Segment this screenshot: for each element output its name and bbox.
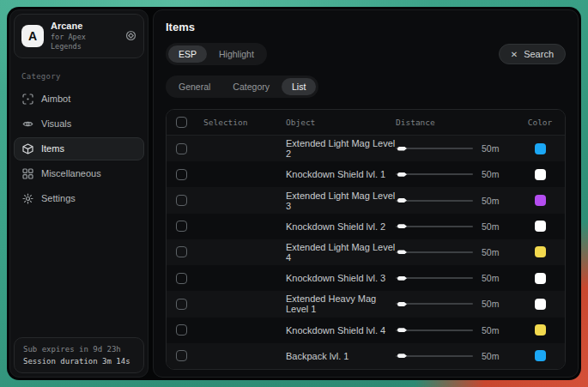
color-swatch[interactable] xyxy=(535,195,546,206)
gear-icon xyxy=(22,193,33,204)
distance-value: 50m xyxy=(482,221,499,232)
slider-track xyxy=(396,330,473,331)
object-name: Extended Light Mag Level 4 xyxy=(286,242,396,263)
distance-slider[interactable] xyxy=(396,144,473,153)
row-checkbox[interactable] xyxy=(176,169,187,180)
color-swatch[interactable] xyxy=(535,143,546,154)
distance-slider[interactable] xyxy=(396,352,473,360)
object-name: Extended Light Mag Level 3 xyxy=(286,190,396,211)
distance-cell: 50m xyxy=(396,169,524,179)
sub-expiry-text: Sub expires in 9d 23h xyxy=(23,345,135,354)
table-body: Extended Light Mag Level 2 50m Knockdown… xyxy=(167,136,565,369)
column-header-distance: Distance xyxy=(396,118,524,127)
color-swatch[interactable] xyxy=(535,299,546,310)
box-icon xyxy=(22,143,33,154)
distance-cell: 50m xyxy=(396,247,524,257)
distance-slider[interactable] xyxy=(396,248,473,257)
distance-value: 50m xyxy=(482,299,499,309)
slider-track xyxy=(396,148,473,149)
table-row: Backpack lvl. 1 50m xyxy=(167,343,565,369)
object-name: Knockdown Shield lvl. 2 xyxy=(286,221,396,232)
app-logo: A xyxy=(21,25,44,47)
eye-icon xyxy=(22,118,33,130)
row-checkbox[interactable] xyxy=(176,246,187,257)
sidebar-item-label: Miscellaneous xyxy=(41,168,101,178)
search-button-label: Search xyxy=(524,49,554,59)
tab-category[interactable]: Category xyxy=(222,78,280,95)
sidebar-item-items[interactable]: Items xyxy=(14,137,144,160)
color-swatch[interactable] xyxy=(535,273,546,284)
distance-cell: 50m xyxy=(396,196,524,206)
session-info-box: Sub expires in 9d 23h Session duration 3… xyxy=(14,337,144,373)
sidebar-item-label: Aimbot xyxy=(41,94,70,104)
slider-thumb[interactable] xyxy=(397,198,407,203)
color-swatch[interactable] xyxy=(535,246,546,257)
distance-slider[interactable] xyxy=(396,222,473,231)
app-title: Arcane xyxy=(51,21,118,33)
sidebar: A Arcane for Apex Legends Category xyxy=(9,9,149,378)
page-title: Items xyxy=(166,21,566,33)
items-table: Selection Object Distance Color Extended… xyxy=(166,109,566,370)
distance-slider[interactable] xyxy=(396,299,473,308)
sidebar-header: A Arcane for Apex Legends xyxy=(14,14,144,58)
row-checkbox[interactable] xyxy=(176,324,187,336)
slider-track xyxy=(396,200,473,202)
object-name: Knockdown Shield lvl. 1 xyxy=(286,169,396,179)
table-row: Extended Light Mag Level 2 50m xyxy=(167,136,565,161)
tabs-row: General Category List xyxy=(166,76,566,98)
column-header-color: Color xyxy=(528,118,553,127)
app-subtitle: for Apex Legends xyxy=(51,33,118,51)
slider-thumb[interactable] xyxy=(397,328,407,332)
app-window: A Arcane for Apex Legends Category xyxy=(7,7,581,380)
tab-general[interactable]: General xyxy=(168,78,221,95)
header-badge-icon[interactable] xyxy=(125,30,136,41)
sidebar-nav: Aimbot Visuals Items xyxy=(14,88,144,210)
row-checkbox[interactable] xyxy=(176,273,187,284)
row-checkbox[interactable] xyxy=(176,143,187,154)
color-swatch[interactable] xyxy=(535,169,546,180)
distance-value: 50m xyxy=(482,247,499,257)
column-header-object: Object xyxy=(286,118,396,127)
distance-value: 50m xyxy=(482,273,499,283)
table-row: Knockdown Shield lvl. 4 50m xyxy=(167,317,565,343)
distance-cell: 50m xyxy=(396,143,524,154)
tab-list[interactable]: List xyxy=(282,78,316,95)
distance-slider[interactable] xyxy=(396,197,473,205)
row-checkbox[interactable] xyxy=(176,299,187,310)
search-button[interactable]: ✕ Search xyxy=(499,44,566,64)
sidebar-item-settings[interactable]: Settings xyxy=(14,187,144,210)
table-row: Extended Light Mag Level 3 50m xyxy=(167,187,565,213)
row-checkbox[interactable] xyxy=(176,350,187,361)
select-all-checkbox[interactable] xyxy=(176,117,187,128)
table-row: Extended Light Mag Level 4 50m xyxy=(167,239,565,265)
column-header-selection: Selection xyxy=(203,118,286,127)
distance-slider[interactable] xyxy=(396,170,473,178)
sidebar-item-visuals[interactable]: Visuals xyxy=(14,112,144,136)
distance-slider[interactable] xyxy=(396,326,473,335)
sidebar-section-label: Category xyxy=(21,72,137,81)
row-checkbox[interactable] xyxy=(176,221,187,232)
sidebar-item-miscellaneous[interactable]: Miscellaneous xyxy=(14,162,144,185)
slider-track xyxy=(396,173,473,175)
row-checkbox[interactable] xyxy=(176,195,187,206)
object-name: Backpack lvl. 1 xyxy=(286,351,396,361)
sidebar-item-aimbot[interactable]: Aimbot xyxy=(14,88,144,111)
table-row: Knockdown Shield lvl. 3 50m xyxy=(167,265,565,291)
table-row: Knockdown Shield lvl. 2 50m xyxy=(167,214,565,239)
color-swatch[interactable] xyxy=(535,350,546,361)
table-header: Selection Object Distance Color xyxy=(167,110,565,136)
slider-track xyxy=(396,277,473,279)
distance-cell: 50m xyxy=(396,351,524,361)
object-name: Knockdown Shield lvl. 4 xyxy=(286,325,396,336)
view-tab-group: General Category List xyxy=(166,76,318,98)
distance-slider[interactable] xyxy=(396,274,473,282)
object-name: Extended Heavy Mag Level 1 xyxy=(286,293,396,314)
color-swatch[interactable] xyxy=(535,324,546,336)
distance-value: 50m xyxy=(482,325,499,336)
distance-value: 50m xyxy=(482,196,499,206)
tab-highlight[interactable]: Highlight xyxy=(209,45,264,63)
tab-esp[interactable]: ESP xyxy=(168,45,207,63)
distance-value: 50m xyxy=(482,143,499,154)
color-swatch[interactable] xyxy=(535,221,546,232)
table-row: Extended Heavy Mag Level 1 50m xyxy=(167,291,565,317)
